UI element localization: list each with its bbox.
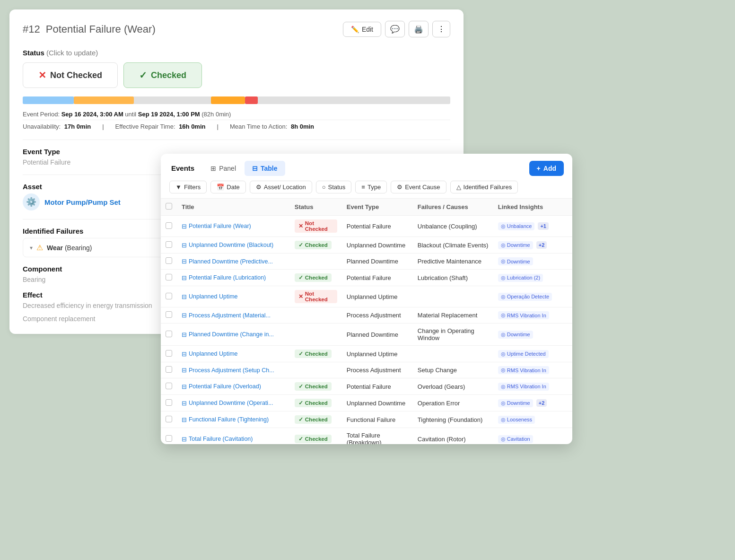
comment-button[interactable]: 💬 bbox=[385, 21, 405, 37]
table-row[interactable]: ⊟ Process Adjustment (Setup Ch...Process… bbox=[161, 362, 572, 378]
event-title-link[interactable]: ⊟ Planned Downtime (Predictive... bbox=[182, 258, 285, 265]
event-title-link[interactable]: ⊟ Unplanned Downtime (Blackout) bbox=[182, 242, 285, 249]
event-type-cell: Functional Failure bbox=[342, 411, 413, 428]
status-badge-not-checked: ✕ Not Checked bbox=[295, 219, 337, 233]
event-type-cell: Process Adjustment bbox=[342, 362, 413, 378]
filter-status-button[interactable]: ○ Status bbox=[316, 181, 352, 193]
insight-tag[interactable]: ◎ Lubrication (2) bbox=[498, 274, 543, 282]
x-icon: ✕ bbox=[38, 70, 46, 81]
print-button[interactable]: 🖨️ bbox=[409, 21, 429, 37]
table-row[interactable]: ⊟ Potential Failure (Lubrication)✓ Check… bbox=[161, 270, 572, 286]
status-section: Status (Click to update) ✕ Not Checked ✓… bbox=[23, 49, 450, 88]
not-checked-button[interactable]: ✕ Not Checked bbox=[23, 62, 118, 88]
row-checkbox[interactable] bbox=[166, 416, 172, 422]
insight-tag[interactable]: ◎ RMS Vibration In bbox=[498, 366, 549, 374]
insight-icon: ◎ bbox=[501, 258, 506, 264]
table-row[interactable]: ⊟ Planned Downtime (Change in...Planned … bbox=[161, 324, 572, 346]
row-checkbox[interactable] bbox=[166, 311, 172, 318]
insight-tag[interactable]: ◎ RMS Vibration In bbox=[498, 311, 549, 319]
event-type-cell: Unplanned Uptime bbox=[342, 346, 413, 362]
event-title-link[interactable]: ⊟ Potential Failure (Wear) bbox=[182, 223, 285, 230]
tab-table[interactable]: ⊟ Table bbox=[245, 161, 285, 176]
event-row-icon: ⊟ bbox=[182, 331, 187, 338]
insight-plus[interactable]: +1 bbox=[538, 222, 549, 230]
add-button[interactable]: + Add bbox=[529, 161, 564, 176]
row-checkbox[interactable] bbox=[166, 399, 172, 406]
edit-button[interactable]: ✏️ Edit bbox=[343, 22, 381, 37]
table-row[interactable]: ⊟ Planned Downtime (Predictive...Planned… bbox=[161, 254, 572, 270]
filter-type-button[interactable]: ≡ Type bbox=[355, 181, 387, 193]
insight-tag[interactable]: ◎ Downtime bbox=[498, 257, 533, 265]
filter-date-button[interactable]: 📅 Date bbox=[210, 181, 245, 193]
failure-cell: Lubrication (Shaft) bbox=[413, 270, 493, 286]
filter-cause-button[interactable]: ⚙ Event Cause bbox=[391, 181, 446, 193]
insight-tag[interactable]: ◎ Downtime bbox=[498, 399, 533, 407]
event-title-link[interactable]: ⊟ Process Adjustment (Setup Ch... bbox=[182, 367, 285, 374]
row-checkbox[interactable] bbox=[166, 274, 172, 280]
event-type-cell: Potential Failure bbox=[342, 378, 413, 395]
table-row[interactable]: ⊟ Potential Failure (Wear)✕ Not CheckedP… bbox=[161, 216, 572, 237]
events-table-wrapper: Title Status Event Type Failures / Cause… bbox=[161, 198, 572, 444]
select-all-checkbox[interactable] bbox=[166, 203, 172, 210]
table-row[interactable]: ⊟ Unplanned Downtime (Operati...✓ Checke… bbox=[161, 395, 572, 411]
row-checkbox[interactable] bbox=[166, 222, 172, 229]
row-checkbox[interactable] bbox=[166, 257, 172, 264]
insight-cell: ◎ Lubrication (2) bbox=[493, 270, 572, 286]
event-title-link[interactable]: ⊟ Potential Failure (Lubrication) bbox=[182, 274, 285, 281]
add-icon: + bbox=[537, 165, 541, 172]
event-title-link[interactable]: ⊟ Process Adjustment (Material... bbox=[182, 312, 285, 319]
more-button[interactable]: ⋮ bbox=[432, 21, 450, 37]
row-checkbox[interactable] bbox=[166, 331, 172, 337]
insight-tag[interactable]: ◎ Downtime bbox=[498, 331, 533, 339]
event-row-icon: ⊟ bbox=[182, 274, 187, 281]
row-checkbox[interactable] bbox=[166, 435, 172, 442]
row-checkbox[interactable] bbox=[166, 241, 172, 248]
filter-failures-button[interactable]: △ Identified Failures bbox=[450, 181, 518, 193]
event-title-link[interactable]: ⊟ Unplanned Uptime bbox=[182, 293, 285, 300]
event-row-icon: ⊟ bbox=[182, 242, 187, 249]
event-title-link[interactable]: ⊟ Total Failure (Cavitation) bbox=[182, 436, 285, 443]
table-row[interactable]: ⊟ Unplanned Uptime✕ Not CheckedUnplanned… bbox=[161, 286, 572, 307]
table-row[interactable]: ⊟ Potential Failure (Overload)✓ CheckedP… bbox=[161, 378, 572, 395]
row-checkbox[interactable] bbox=[166, 366, 172, 373]
table-row[interactable]: ⊟ Unplanned Uptime✓ CheckedUnplanned Upt… bbox=[161, 346, 572, 362]
row-checkbox[interactable] bbox=[166, 350, 172, 357]
mtta-label: Mean Time to Action: 8h 0min bbox=[230, 123, 314, 130]
status-badge-checked: ✓ Checked bbox=[295, 435, 332, 443]
insight-tag[interactable]: ◎ Unbalance bbox=[498, 222, 535, 230]
table-row[interactable]: ⊟ Unplanned Downtime (Blackout)✓ Checked… bbox=[161, 237, 572, 254]
insight-tag[interactable]: ◎ Cavitation bbox=[498, 435, 533, 443]
checked-button[interactable]: ✓ Checked bbox=[123, 62, 202, 88]
row-checkbox[interactable] bbox=[166, 293, 172, 299]
insight-tag[interactable]: ◎ Downtime bbox=[498, 241, 533, 249]
filter-asset-button[interactable]: ⚙ Asset/ Location bbox=[250, 181, 312, 193]
table-row[interactable]: ⊟ Functional Failure (Tightening)✓ Check… bbox=[161, 411, 572, 428]
event-row-icon: ⊟ bbox=[182, 223, 187, 230]
filter-filters-button[interactable]: ▼ Filters bbox=[169, 181, 207, 193]
insight-tag[interactable]: ◎ Operação Detecte bbox=[498, 293, 552, 301]
event-title-link[interactable]: ⊟ Unplanned Uptime bbox=[182, 350, 285, 358]
tl-segment-6 bbox=[258, 96, 450, 104]
tab-panel[interactable]: ⊞ Panel bbox=[203, 161, 244, 176]
event-title-link[interactable]: ⊟ Unplanned Downtime (Operati... bbox=[182, 400, 285, 407]
insight-tag[interactable]: ◎ Uptime Detected bbox=[498, 350, 549, 358]
event-row-icon: ⊟ bbox=[182, 312, 187, 319]
insight-tag[interactable]: ◎ RMS Vibration In bbox=[498, 383, 549, 391]
table-row[interactable]: ⊟ Total Failure (Cavitation)✓ CheckedTot… bbox=[161, 428, 572, 445]
insight-plus[interactable]: +2 bbox=[536, 241, 547, 249]
row-checkbox[interactable] bbox=[166, 383, 172, 389]
check-badge-icon: ✓ bbox=[298, 350, 303, 357]
insight-tag[interactable]: ◎ Looseness bbox=[498, 416, 535, 424]
insight-icon: ◎ bbox=[501, 417, 506, 423]
insight-cell: ◎ Looseness bbox=[493, 411, 572, 428]
event-title-link[interactable]: ⊟ Potential Failure (Overload) bbox=[182, 383, 285, 390]
event-title-link[interactable]: ⊟ Functional Failure (Tightening) bbox=[182, 416, 285, 423]
failures-filter-icon: △ bbox=[456, 184, 461, 191]
event-title-link[interactable]: ⊟ Planned Downtime (Change in... bbox=[182, 331, 285, 338]
check-badge-icon: ✓ bbox=[298, 383, 303, 390]
insight-cell: ◎ Uptime Detected bbox=[493, 346, 572, 362]
insight-plus[interactable]: +2 bbox=[536, 399, 547, 407]
status-label: Status (Click to update) bbox=[23, 49, 450, 57]
table-row[interactable]: ⊟ Process Adjustment (Material...Process… bbox=[161, 307, 572, 324]
insight-icon: ◎ bbox=[501, 400, 506, 406]
